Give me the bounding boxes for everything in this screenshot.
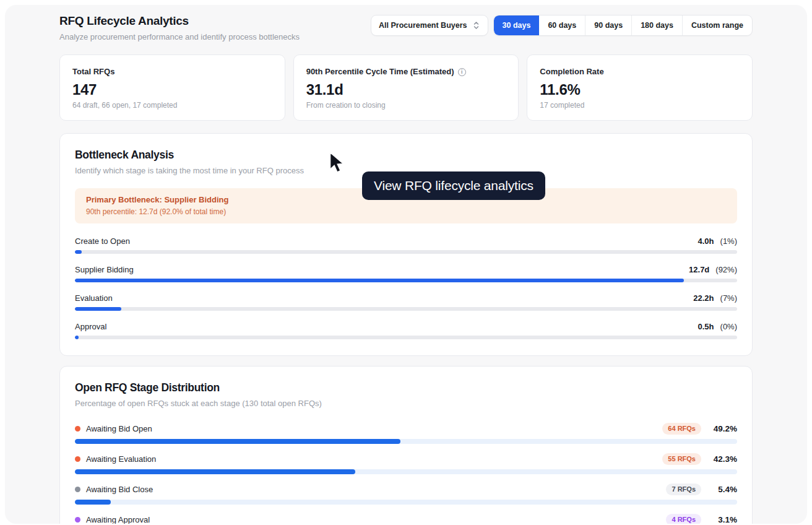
range-button-90-days[interactable]: 90 days (585, 15, 631, 35)
range-button-180-days[interactable]: 180 days (631, 15, 682, 35)
tooltip-text: View RFQ lifecycle analytics (374, 178, 533, 193)
stage-label: Evaluation (75, 293, 113, 303)
stage-bar-fill (75, 279, 684, 282)
distribution-row-awaiting-bid-close: Awaiting Bid Close 7 RFQs 5.4% (75, 483, 737, 505)
range-button-30-days[interactable]: 30 days (494, 15, 540, 35)
stage-row-create-to-open: Create to Open 4.0h(1%) (75, 236, 737, 254)
metric-note: 17 completed (540, 101, 740, 110)
bottleneck-analysis-panel: Bottleneck Analysis Identify which stage… (59, 133, 753, 356)
bottleneck-title: Bottleneck Analysis (75, 148, 737, 162)
header-controls: All Procurement Buyers 30 days 60 days 9… (371, 15, 753, 36)
metric-value: 147 (72, 81, 272, 98)
stage-row-supplier-bidding: Supplier Bidding 12.7d(92%) (75, 264, 737, 282)
stage-bar-fill (75, 336, 79, 339)
metric-card-cycle-time: 90th Percentile Cycle Time (Estimated) i… (293, 54, 519, 121)
metric-label: Total RFQs (72, 67, 272, 77)
metric-note: From creation to closing (306, 101, 506, 110)
distribution-title: Open RFQ Stage Distribution (75, 381, 737, 395)
distribution-label: Awaiting Bid Open (86, 424, 662, 433)
stage-percent: (0%) (720, 322, 737, 331)
distribution-bar-fill (75, 500, 111, 505)
chevron-up-down-icon (472, 20, 480, 30)
stage-percent: (92%) (715, 265, 737, 274)
metric-value: 31.1d (306, 81, 506, 98)
stage-percent: (1%) (720, 236, 737, 246)
distribution-bar-fill (75, 469, 355, 474)
stage-bar-track (75, 279, 737, 282)
distribution-percent: 5.4% (709, 485, 737, 494)
metric-card-completion-rate: Completion Rate 11.6% 17 completed (527, 54, 753, 121)
distribution-percent: 49.2% (709, 424, 737, 433)
stage-bar-track (75, 250, 737, 254)
status-dot (75, 456, 80, 462)
metric-label: 90th Percentile Cycle Time (Estimated) i (306, 67, 506, 77)
stage-bar-track (75, 307, 737, 311)
info-icon[interactable]: i (458, 68, 466, 76)
distribution-percent: 42.3% (709, 454, 737, 464)
stage-bars-list: Create to Open 4.0h(1%) Supplier Bidding… (75, 236, 737, 339)
rfq-count-badge: 64 RFQs (662, 423, 701, 435)
stage-row-evaluation: Evaluation 22.2h(7%) (75, 293, 737, 311)
page-title: RFQ Lifecycle Analytics (59, 14, 300, 28)
stage-label: Create to Open (75, 236, 130, 246)
stage-label: Supplier Bidding (75, 265, 134, 274)
range-button-60-days[interactable]: 60 days (539, 15, 585, 35)
stage-value: 4.0h (698, 236, 714, 246)
stage-bar-track (75, 336, 737, 339)
distribution-bar-track (75, 439, 737, 444)
distribution-rows: Awaiting Bid Open 64 RFQs 49.2% Awaiting… (75, 422, 737, 524)
distribution-row-awaiting-evaluation: Awaiting Evaluation 55 RFQs 42.3% (75, 453, 737, 474)
rfq-count-badge: 7 RFQs (666, 484, 701, 495)
distribution-percent: 3.1% (709, 515, 737, 524)
stage-bar-fill (75, 250, 82, 254)
metric-cards-row: Total RFQs 147 64 draft, 66 open, 17 com… (59, 54, 753, 121)
distribution-label: Awaiting Evaluation (86, 454, 662, 464)
distribution-row-awaiting-bid-open: Awaiting Bid Open 64 RFQs 49.2% (75, 422, 737, 444)
stage-value: 22.2h (693, 293, 714, 303)
distribution-label: Awaiting Bid Close (86, 485, 666, 494)
status-dot (75, 487, 80, 492)
stage-value: 12.7d (689, 265, 709, 274)
dashboard-surface: RFQ Lifecycle Analytics Analyze procurem… (5, 5, 807, 524)
page-heading-block: RFQ Lifecycle Analytics Analyze procurem… (59, 14, 300, 42)
alert-detail: 90th percentile: 12.7d (92.0% of total t… (86, 207, 726, 217)
distribution-bar-fill (75, 439, 400, 444)
action-tooltip: View RFQ lifecycle analytics (362, 171, 545, 200)
date-range-segmented-control: 30 days 60 days 90 days 180 days Custom … (493, 15, 753, 36)
distribution-subtitle: Percentage of open RFQs stuck at each st… (75, 398, 737, 409)
stage-value: 0.5h (698, 322, 714, 331)
stage-percent: (7%) (720, 293, 737, 303)
distribution-bar-track (75, 469, 737, 474)
buyer-filter-dropdown[interactable]: All Procurement Buyers (371, 15, 488, 36)
distribution-row-awaiting-approval: Awaiting Approval 4 RFQs 3.1% (75, 513, 737, 524)
rfq-count-badge: 55 RFQs (662, 453, 701, 465)
metric-label: Completion Rate (540, 67, 740, 77)
page-subtitle: Analyze procurement performance and iden… (59, 32, 300, 42)
distribution-label: Awaiting Approval (86, 515, 666, 524)
page-header: RFQ Lifecycle Analytics Analyze procurem… (59, 14, 753, 42)
metric-value: 11.6% (540, 81, 740, 98)
buyer-filter-value: All Procurement Buyers (379, 21, 467, 30)
rfq-count-badge: 4 RFQs (666, 514, 701, 524)
metric-card-total-rfqs: Total RFQs 147 64 draft, 66 open, 17 com… (59, 54, 285, 121)
stage-label: Approval (75, 322, 106, 331)
metric-label-text: 90th Percentile Cycle Time (Estimated) (306, 67, 454, 77)
metric-note: 64 draft, 66 open, 17 completed (72, 101, 272, 110)
status-dot (75, 426, 80, 432)
distribution-bar-track (75, 500, 737, 505)
stage-bar-fill (75, 307, 121, 311)
stage-row-approval: Approval 0.5h(0%) (75, 321, 737, 339)
range-button-custom[interactable]: Custom range (682, 15, 752, 35)
stage-distribution-panel: Open RFQ Stage Distribution Percentage o… (59, 366, 753, 524)
status-dot (75, 517, 80, 523)
